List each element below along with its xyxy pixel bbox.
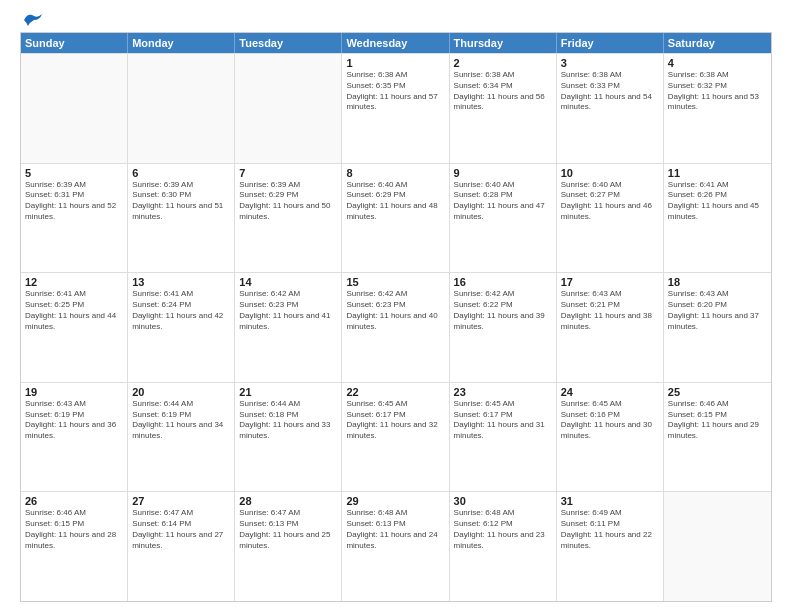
day-number: 19 bbox=[25, 386, 123, 398]
day-info: Sunrise: 6:40 AM Sunset: 6:27 PM Dayligh… bbox=[561, 180, 659, 223]
calendar-cell-r4c1: 27Sunrise: 6:47 AM Sunset: 6:14 PM Dayli… bbox=[128, 492, 235, 601]
calendar-cell-r3c0: 19Sunrise: 6:43 AM Sunset: 6:19 PM Dayli… bbox=[21, 383, 128, 492]
day-number: 15 bbox=[346, 276, 444, 288]
day-number: 16 bbox=[454, 276, 552, 288]
day-info: Sunrise: 6:42 AM Sunset: 6:22 PM Dayligh… bbox=[454, 289, 552, 332]
day-info: Sunrise: 6:49 AM Sunset: 6:11 PM Dayligh… bbox=[561, 508, 659, 551]
calendar-row-2: 12Sunrise: 6:41 AM Sunset: 6:25 PM Dayli… bbox=[21, 272, 771, 382]
day-number: 11 bbox=[668, 167, 767, 179]
day-number: 4 bbox=[668, 57, 767, 69]
calendar-cell-r2c3: 15Sunrise: 6:42 AM Sunset: 6:23 PM Dayli… bbox=[342, 273, 449, 382]
logo-bird-icon bbox=[22, 12, 44, 28]
weekday-header-thursday: Thursday bbox=[450, 33, 557, 53]
calendar-cell-r4c2: 28Sunrise: 6:47 AM Sunset: 6:13 PM Dayli… bbox=[235, 492, 342, 601]
day-info: Sunrise: 6:39 AM Sunset: 6:29 PM Dayligh… bbox=[239, 180, 337, 223]
calendar-row-0: 1Sunrise: 6:38 AM Sunset: 6:35 PM Daylig… bbox=[21, 53, 771, 163]
calendar-cell-r4c3: 29Sunrise: 6:48 AM Sunset: 6:13 PM Dayli… bbox=[342, 492, 449, 601]
calendar-header: SundayMondayTuesdayWednesdayThursdayFrid… bbox=[21, 33, 771, 53]
calendar-cell-r3c6: 25Sunrise: 6:46 AM Sunset: 6:15 PM Dayli… bbox=[664, 383, 771, 492]
day-info: Sunrise: 6:41 AM Sunset: 6:25 PM Dayligh… bbox=[25, 289, 123, 332]
calendar-cell-r1c0: 5Sunrise: 6:39 AM Sunset: 6:31 PM Daylig… bbox=[21, 164, 128, 273]
day-info: Sunrise: 6:45 AM Sunset: 6:16 PM Dayligh… bbox=[561, 399, 659, 442]
day-number: 5 bbox=[25, 167, 123, 179]
calendar-cell-r1c5: 10Sunrise: 6:40 AM Sunset: 6:27 PM Dayli… bbox=[557, 164, 664, 273]
day-info: Sunrise: 6:45 AM Sunset: 6:17 PM Dayligh… bbox=[454, 399, 552, 442]
calendar-cell-r2c4: 16Sunrise: 6:42 AM Sunset: 6:22 PM Dayli… bbox=[450, 273, 557, 382]
calendar-cell-r1c6: 11Sunrise: 6:41 AM Sunset: 6:26 PM Dayli… bbox=[664, 164, 771, 273]
day-info: Sunrise: 6:48 AM Sunset: 6:12 PM Dayligh… bbox=[454, 508, 552, 551]
day-info: Sunrise: 6:40 AM Sunset: 6:28 PM Dayligh… bbox=[454, 180, 552, 223]
day-info: Sunrise: 6:47 AM Sunset: 6:13 PM Dayligh… bbox=[239, 508, 337, 551]
day-number: 13 bbox=[132, 276, 230, 288]
day-number: 12 bbox=[25, 276, 123, 288]
day-number: 3 bbox=[561, 57, 659, 69]
calendar-body: 1Sunrise: 6:38 AM Sunset: 6:35 PM Daylig… bbox=[21, 53, 771, 601]
calendar-cell-r2c1: 13Sunrise: 6:41 AM Sunset: 6:24 PM Dayli… bbox=[128, 273, 235, 382]
weekday-header-tuesday: Tuesday bbox=[235, 33, 342, 53]
day-info: Sunrise: 6:46 AM Sunset: 6:15 PM Dayligh… bbox=[25, 508, 123, 551]
calendar-cell-r1c3: 8Sunrise: 6:40 AM Sunset: 6:29 PM Daylig… bbox=[342, 164, 449, 273]
day-number: 8 bbox=[346, 167, 444, 179]
calendar-cell-r4c0: 26Sunrise: 6:46 AM Sunset: 6:15 PM Dayli… bbox=[21, 492, 128, 601]
calendar-cell-r0c3: 1Sunrise: 6:38 AM Sunset: 6:35 PM Daylig… bbox=[342, 54, 449, 163]
day-number: 27 bbox=[132, 495, 230, 507]
day-number: 31 bbox=[561, 495, 659, 507]
header bbox=[20, 16, 772, 24]
page: SundayMondayTuesdayWednesdayThursdayFrid… bbox=[0, 0, 792, 612]
day-number: 23 bbox=[454, 386, 552, 398]
day-info: Sunrise: 6:43 AM Sunset: 6:20 PM Dayligh… bbox=[668, 289, 767, 332]
calendar-cell-r1c1: 6Sunrise: 6:39 AM Sunset: 6:30 PM Daylig… bbox=[128, 164, 235, 273]
calendar-cell-r2c0: 12Sunrise: 6:41 AM Sunset: 6:25 PM Dayli… bbox=[21, 273, 128, 382]
calendar-cell-r4c4: 30Sunrise: 6:48 AM Sunset: 6:12 PM Dayli… bbox=[450, 492, 557, 601]
day-number: 24 bbox=[561, 386, 659, 398]
day-number: 2 bbox=[454, 57, 552, 69]
day-number: 7 bbox=[239, 167, 337, 179]
weekday-header-sunday: Sunday bbox=[21, 33, 128, 53]
day-info: Sunrise: 6:38 AM Sunset: 6:34 PM Dayligh… bbox=[454, 70, 552, 113]
weekday-header-monday: Monday bbox=[128, 33, 235, 53]
calendar-row-3: 19Sunrise: 6:43 AM Sunset: 6:19 PM Dayli… bbox=[21, 382, 771, 492]
day-number: 21 bbox=[239, 386, 337, 398]
calendar-cell-r0c6: 4Sunrise: 6:38 AM Sunset: 6:32 PM Daylig… bbox=[664, 54, 771, 163]
calendar-cell-r0c0 bbox=[21, 54, 128, 163]
day-number: 17 bbox=[561, 276, 659, 288]
calendar-cell-r0c4: 2Sunrise: 6:38 AM Sunset: 6:34 PM Daylig… bbox=[450, 54, 557, 163]
day-info: Sunrise: 6:41 AM Sunset: 6:24 PM Dayligh… bbox=[132, 289, 230, 332]
calendar-cell-r3c5: 24Sunrise: 6:45 AM Sunset: 6:16 PM Dayli… bbox=[557, 383, 664, 492]
day-number: 18 bbox=[668, 276, 767, 288]
calendar-cell-r0c2 bbox=[235, 54, 342, 163]
day-info: Sunrise: 6:39 AM Sunset: 6:31 PM Dayligh… bbox=[25, 180, 123, 223]
day-info: Sunrise: 6:46 AM Sunset: 6:15 PM Dayligh… bbox=[668, 399, 767, 442]
weekday-header-saturday: Saturday bbox=[664, 33, 771, 53]
day-info: Sunrise: 6:42 AM Sunset: 6:23 PM Dayligh… bbox=[239, 289, 337, 332]
day-info: Sunrise: 6:44 AM Sunset: 6:19 PM Dayligh… bbox=[132, 399, 230, 442]
day-info: Sunrise: 6:38 AM Sunset: 6:33 PM Dayligh… bbox=[561, 70, 659, 113]
calendar-cell-r3c3: 22Sunrise: 6:45 AM Sunset: 6:17 PM Dayli… bbox=[342, 383, 449, 492]
weekday-header-wednesday: Wednesday bbox=[342, 33, 449, 53]
day-info: Sunrise: 6:44 AM Sunset: 6:18 PM Dayligh… bbox=[239, 399, 337, 442]
calendar: SundayMondayTuesdayWednesdayThursdayFrid… bbox=[20, 32, 772, 602]
day-info: Sunrise: 6:43 AM Sunset: 6:21 PM Dayligh… bbox=[561, 289, 659, 332]
day-number: 10 bbox=[561, 167, 659, 179]
calendar-row-1: 5Sunrise: 6:39 AM Sunset: 6:31 PM Daylig… bbox=[21, 163, 771, 273]
day-number: 26 bbox=[25, 495, 123, 507]
calendar-cell-r2c5: 17Sunrise: 6:43 AM Sunset: 6:21 PM Dayli… bbox=[557, 273, 664, 382]
day-number: 25 bbox=[668, 386, 767, 398]
day-number: 6 bbox=[132, 167, 230, 179]
calendar-cell-r0c1 bbox=[128, 54, 235, 163]
day-number: 29 bbox=[346, 495, 444, 507]
calendar-cell-r1c2: 7Sunrise: 6:39 AM Sunset: 6:29 PM Daylig… bbox=[235, 164, 342, 273]
day-info: Sunrise: 6:41 AM Sunset: 6:26 PM Dayligh… bbox=[668, 180, 767, 223]
logo bbox=[20, 16, 44, 24]
day-number: 9 bbox=[454, 167, 552, 179]
day-number: 28 bbox=[239, 495, 337, 507]
calendar-cell-r3c1: 20Sunrise: 6:44 AM Sunset: 6:19 PM Dayli… bbox=[128, 383, 235, 492]
day-info: Sunrise: 6:38 AM Sunset: 6:35 PM Dayligh… bbox=[346, 70, 444, 113]
day-info: Sunrise: 6:48 AM Sunset: 6:13 PM Dayligh… bbox=[346, 508, 444, 551]
calendar-cell-r3c4: 23Sunrise: 6:45 AM Sunset: 6:17 PM Dayli… bbox=[450, 383, 557, 492]
day-number: 14 bbox=[239, 276, 337, 288]
calendar-row-4: 26Sunrise: 6:46 AM Sunset: 6:15 PM Dayli… bbox=[21, 491, 771, 601]
day-number: 20 bbox=[132, 386, 230, 398]
day-number: 22 bbox=[346, 386, 444, 398]
day-info: Sunrise: 6:39 AM Sunset: 6:30 PM Dayligh… bbox=[132, 180, 230, 223]
